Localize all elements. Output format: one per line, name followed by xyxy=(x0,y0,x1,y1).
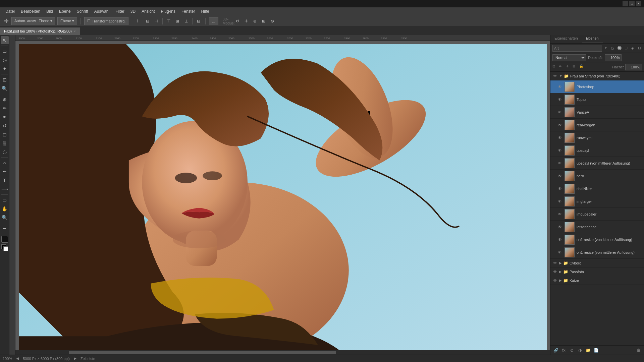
lock-transparent-btn[interactable]: ⊡ xyxy=(552,64,558,70)
layer-item-on1-small[interactable]: 👁 on1 resize (von kleiner Auflösung) xyxy=(550,233,644,246)
filter-mode-btn[interactable]: 🔘 xyxy=(617,45,622,52)
menu-ansicht[interactable]: Ansicht xyxy=(139,8,157,14)
bg-color[interactable] xyxy=(3,246,8,251)
menu-filter[interactable]: Filter xyxy=(113,8,127,14)
filter-toggle-btn[interactable]: ⊟ xyxy=(637,45,642,52)
menu-hilfe[interactable]: Hilfe xyxy=(199,8,212,14)
add-mask-btn[interactable]: ⊙ xyxy=(569,347,575,354)
add-layer-btn[interactable]: 📄 xyxy=(593,347,599,354)
hand-tool-btn[interactable]: ✋ xyxy=(1,205,9,213)
align-right-icon[interactable]: ⊣ xyxy=(153,18,160,24)
cyborg-visibility-icon[interactable]: 👁 xyxy=(552,260,558,266)
layers-search-input[interactable] xyxy=(552,45,602,52)
align-top-icon[interactable]: ⊤ xyxy=(165,18,172,24)
properties-tab[interactable]: Eigenschaften xyxy=(550,35,582,43)
menu-ebene[interactable]: Ebene xyxy=(56,8,73,14)
clone-tool-btn[interactable]: ✒ xyxy=(1,113,9,121)
align-left-icon[interactable]: ⊢ xyxy=(136,18,142,24)
layer-visibility-on1-mid[interactable]: 👁 xyxy=(557,250,562,255)
layer-visibility-vancea[interactable]: 👁 xyxy=(557,110,562,115)
pen-tool-btn[interactable]: ✒ xyxy=(1,168,9,176)
main-tab[interactable]: Fazit.psd bei 100% (Photoshop, RGB/88) × xyxy=(0,27,80,35)
lock-pixel-btn[interactable]: ✏ xyxy=(559,64,565,70)
3d-pan-icon[interactable]: ✛ xyxy=(243,18,250,24)
lock-artboard-btn[interactable]: ⊞ xyxy=(573,64,578,70)
layer-item-on1-mid[interactable]: 👁 on1 resize (von mittlerer Auflösung) xyxy=(550,246,644,259)
lock-position-btn[interactable]: ✛ xyxy=(566,64,571,70)
shape-tool-btn[interactable]: ▭ xyxy=(1,196,9,204)
layer-visibility-chainner[interactable]: 👁 xyxy=(557,186,562,191)
layers-tab[interactable]: Ebenen xyxy=(582,35,603,43)
layer-item-topaz[interactable]: 👁 Topaz xyxy=(550,93,644,106)
filter-attr-btn[interactable]: ⊡ xyxy=(623,45,629,52)
layer-visibility-imglarger[interactable]: 👁 xyxy=(557,199,562,204)
canvas-content[interactable] xyxy=(15,41,550,355)
group-arrow-icon[interactable]: ▼ xyxy=(559,74,562,78)
dodge-tool-btn[interactable]: ○ xyxy=(1,159,9,167)
layer-btn[interactable]: Ebene ▾ xyxy=(57,17,77,25)
more-tools-btn[interactable]: ••• xyxy=(1,225,9,233)
layer-visibility-runwaymi[interactable]: 👁 xyxy=(557,135,562,140)
layer-visibility-letsenhance[interactable]: 👁 xyxy=(557,224,562,230)
filter-type-btn[interactable]: 𝛲 xyxy=(603,45,609,52)
fill-input[interactable] xyxy=(625,64,642,70)
menu-bild[interactable]: Bild xyxy=(44,8,56,14)
blur-tool-btn[interactable]: ◌ xyxy=(1,148,9,156)
layer-group-cyborg[interactable]: 👁 ▶ 📁 Cyborg xyxy=(550,259,644,267)
layer-item-upscayl-mid[interactable]: 👁 upscayl (von mittlerer Auflösung) xyxy=(550,157,644,170)
gradient-tool-btn[interactable]: ▒ xyxy=(1,139,9,147)
minimize-btn[interactable]: — xyxy=(623,1,628,6)
canvas-hscroll[interactable] xyxy=(15,350,550,355)
eyedropper-btn[interactable]: 🔍 xyxy=(1,84,9,93)
3d-scale-icon[interactable]: ⊞ xyxy=(260,18,267,24)
layer-item-runwaymi[interactable]: 👁 runwaymi xyxy=(550,131,644,144)
layer-visibility-upscayl-mid[interactable]: 👁 xyxy=(557,161,562,166)
status-nav-right[interactable]: ▶ xyxy=(74,356,76,361)
add-effect-btn[interactable]: fx xyxy=(560,347,567,354)
dist-icon[interactable]: ⊟ xyxy=(195,18,202,24)
layer-visibility-imgupscaler[interactable]: 👁 xyxy=(557,212,562,217)
text-tool-btn[interactable]: T xyxy=(1,176,9,184)
menu-plugins[interactable]: Plug-ins xyxy=(158,8,178,14)
align-mid-v-icon[interactable]: ⊞ xyxy=(174,18,181,24)
layer-group-passfoto[interactable]: 👁 ▶ 📁 Passfoto xyxy=(550,267,644,276)
link-layers-btn[interactable]: 🔗 xyxy=(552,347,559,354)
menu-bearbeiten[interactable]: Bearbeiten xyxy=(18,8,43,14)
3d-orbit-icon[interactable]: ⊕ xyxy=(252,18,258,24)
katze-arrow-icon[interactable]: ▶ xyxy=(559,279,562,282)
blend-mode-select[interactable]: Normal Multiplizieren Weiches Licht xyxy=(552,54,586,61)
menu-3d[interactable]: 3D xyxy=(128,8,138,14)
timeline-label[interactable]: Zeitleiste xyxy=(80,357,95,361)
layer-item-imgupscaler[interactable]: 👁 imgupscaler xyxy=(550,208,644,221)
layer-visibility-real-esrgan[interactable]: 👁 xyxy=(557,122,562,128)
foreground-color-btn[interactable] xyxy=(1,236,8,243)
zoom-tool-btn[interactable]: 🔍 xyxy=(1,214,9,222)
lasso-tool-btn[interactable]: ◎ xyxy=(1,56,9,64)
lock-all-btn[interactable]: 🔒 xyxy=(579,64,585,70)
layer-item-photoshop[interactable]: 👁 Photoshop xyxy=(550,80,644,93)
layer-visibility-photoshop[interactable]: 👁 xyxy=(557,84,562,89)
status-nav-left[interactable]: ◀ xyxy=(16,356,19,361)
3d-roll-icon[interactable]: ⊘ xyxy=(269,18,276,24)
tab-close-btn[interactable]: × xyxy=(74,29,76,33)
move-tool-icon[interactable]: ✛ xyxy=(3,18,9,24)
layer-group-frau[interactable]: 👁 ▼ 📁 Frau am Strand (von 720x480) xyxy=(550,72,644,80)
history-tool-btn[interactable]: ↺ xyxy=(1,122,9,130)
katze-visibility-icon[interactable]: 👁 xyxy=(552,278,558,283)
move-tool-btn[interactable]: ↖ xyxy=(1,36,9,44)
wand-tool-btn[interactable]: ✦ xyxy=(1,65,9,73)
hscroll-thumb[interactable] xyxy=(69,351,336,354)
layer-item-chainner[interactable]: 👁 chaiNNer xyxy=(550,182,644,195)
filter-smart-btn[interactable]: ◈ xyxy=(630,45,635,52)
cyborg-arrow-icon[interactable]: ▶ xyxy=(559,261,562,265)
layer-visibility-topaz[interactable]: 👁 xyxy=(557,97,562,102)
menu-auswahl[interactable]: Auswahl xyxy=(92,8,112,14)
transform-btn[interactable]: ☐ Transformationsstrg. xyxy=(84,17,128,25)
layers-list[interactable]: 👁 ▼ 📁 Frau am Strand (von 720x480) 👁 Pho… xyxy=(550,72,644,345)
maximize-btn[interactable]: □ xyxy=(629,1,635,6)
menu-fenster[interactable]: Fenster xyxy=(179,8,198,14)
3d-rotate-icon[interactable]: ↺ xyxy=(234,18,241,24)
layer-item-upscayl[interactable]: 👁 upscayl xyxy=(550,144,644,157)
marquee-tool-btn[interactable]: ▭ xyxy=(1,47,9,55)
layer-item-letsenhance[interactable]: 👁 letsenhance xyxy=(550,221,644,233)
